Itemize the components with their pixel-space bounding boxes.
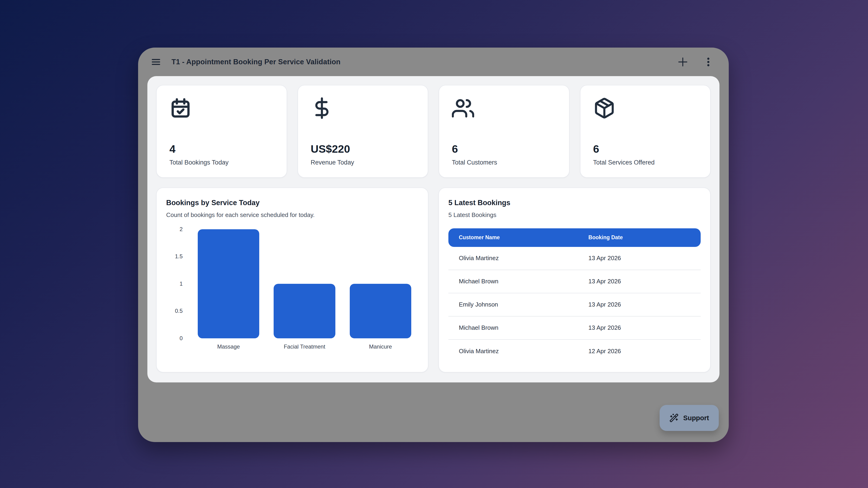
magic-wand-icon bbox=[669, 413, 679, 423]
titlebar-actions bbox=[677, 56, 714, 68]
stat-label: Total Bookings Today bbox=[169, 159, 274, 166]
cell-booking-date: 13 Apr 2026 bbox=[588, 254, 690, 262]
plus-icon bbox=[677, 56, 689, 68]
column-header-customer-name: Customer Name bbox=[459, 234, 588, 241]
cell-booking-date: 12 Apr 2026 bbox=[588, 347, 690, 355]
table-row: Olivia Martinez 12 Apr 2026 bbox=[448, 340, 701, 363]
chart-subtitle: Count of bookings for each service sched… bbox=[166, 212, 418, 219]
chart-y-axis: 2 1.5 1 0.5 0 bbox=[166, 229, 190, 338]
bar-massage[interactable] bbox=[198, 229, 259, 338]
chart-title: Bookings by Service Today bbox=[166, 199, 418, 207]
bar-manicure[interactable] bbox=[350, 284, 411, 338]
chart-x-labels: Massage Facial Treatment Manicure bbox=[190, 343, 418, 350]
table-subtitle: 5 Latest Bookings bbox=[448, 212, 701, 219]
dollar-icon bbox=[311, 97, 333, 119]
y-tick: 1 bbox=[180, 280, 183, 287]
table-row: Emily Johnson 13 Apr 2026 bbox=[448, 293, 701, 316]
stat-value: 4 bbox=[169, 144, 274, 154]
menu-button[interactable] bbox=[150, 57, 162, 67]
table-row: Michael Brown 13 Apr 2026 bbox=[448, 316, 701, 340]
more-options-button[interactable] bbox=[702, 56, 714, 68]
calendar-check-icon bbox=[169, 97, 192, 119]
cell-customer-name: Michael Brown bbox=[459, 278, 588, 285]
cell-customer-name: Olivia Martinez bbox=[459, 347, 588, 355]
x-label: Facial Treatment bbox=[267, 343, 342, 350]
stat-label: Revenue Today bbox=[311, 159, 415, 166]
table-title: 5 Latest Bookings bbox=[448, 199, 701, 207]
latest-bookings-card: 5 Latest Bookings 5 Latest Bookings Cust… bbox=[438, 187, 711, 372]
hamburger-icon bbox=[150, 57, 162, 67]
bar-column-massage bbox=[190, 229, 267, 338]
stat-card-total-bookings: 4 Total Bookings Today bbox=[156, 85, 287, 178]
cell-customer-name: Emily Johnson bbox=[459, 301, 588, 308]
cell-booking-date: 13 Apr 2026 bbox=[588, 324, 690, 331]
table-row: Olivia Martinez 13 Apr 2026 bbox=[448, 247, 701, 270]
desktop-background: T1 - Appointment Booking Per Service Val… bbox=[0, 0, 868, 488]
chart-plot-area: Massage Facial Treatment Manicure bbox=[190, 229, 418, 350]
package-icon bbox=[593, 97, 616, 119]
chart-card: Bookings by Service Today Count of booki… bbox=[156, 187, 428, 372]
stat-label: Total Services Offered bbox=[593, 159, 698, 166]
stats-row: 4 Total Bookings Today US$220 Revenue To… bbox=[156, 85, 711, 178]
dashboard-content: 4 Total Bookings Today US$220 Revenue To… bbox=[147, 76, 719, 383]
panels-row: Bookings by Service Today Count of booki… bbox=[156, 187, 711, 372]
cell-customer-name: Olivia Martinez bbox=[459, 254, 588, 262]
window-title: T1 - Appointment Booking Per Service Val… bbox=[172, 58, 340, 66]
bar-column-facial-treatment bbox=[267, 229, 342, 338]
bar-column-manicure bbox=[343, 229, 418, 338]
y-tick: 0.5 bbox=[175, 308, 183, 314]
users-icon bbox=[452, 97, 474, 119]
y-tick: 2 bbox=[180, 226, 183, 233]
x-label: Massage bbox=[190, 343, 267, 350]
stat-card-total-customers: 6 Total Customers bbox=[439, 85, 569, 178]
stat-card-revenue: US$220 Revenue Today bbox=[298, 85, 428, 178]
y-tick: 0 bbox=[180, 335, 183, 342]
kebab-menu-icon bbox=[702, 56, 714, 68]
column-header-booking-date: Booking Date bbox=[588, 234, 690, 241]
stat-card-total-services: 6 Total Services Offered bbox=[580, 85, 711, 178]
support-button[interactable]: Support bbox=[659, 405, 719, 431]
stat-value: 6 bbox=[452, 144, 556, 154]
table-row: Michael Brown 13 Apr 2026 bbox=[448, 270, 701, 293]
stat-label: Total Customers bbox=[452, 159, 556, 166]
app-window: T1 - Appointment Booking Per Service Val… bbox=[138, 48, 729, 442]
cell-customer-name: Michael Brown bbox=[459, 324, 588, 331]
stat-value: US$220 bbox=[311, 144, 415, 154]
table-body: Olivia Martinez 13 Apr 2026 Michael Brow… bbox=[448, 247, 701, 363]
x-label: Manicure bbox=[343, 343, 418, 350]
bar-facial-treatment[interactable] bbox=[274, 284, 335, 338]
y-tick: 1.5 bbox=[175, 253, 183, 260]
cell-booking-date: 13 Apr 2026 bbox=[588, 301, 690, 308]
cell-booking-date: 13 Apr 2026 bbox=[588, 278, 690, 285]
bar-chart: 2 1.5 1 0.5 0 bbox=[166, 229, 418, 350]
add-button[interactable] bbox=[677, 56, 689, 68]
titlebar: T1 - Appointment Booking Per Service Val… bbox=[138, 48, 729, 76]
stat-value: 6 bbox=[593, 144, 698, 154]
table-header: Customer Name Booking Date bbox=[448, 228, 701, 247]
chart-plot bbox=[190, 229, 418, 338]
support-button-label: Support bbox=[683, 414, 709, 422]
